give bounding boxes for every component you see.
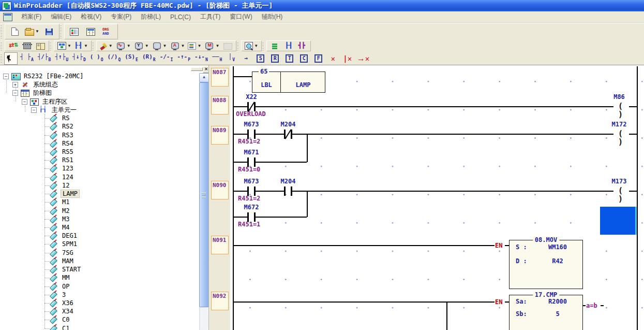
network-label-N087[interactable]: N087 bbox=[211, 68, 229, 87]
tree-label-START[interactable]: START bbox=[61, 266, 82, 273]
tree-node-RS[interactable]: RS bbox=[0, 114, 198, 122]
tree-label-M1[interactable]: M1 bbox=[61, 198, 71, 206]
collapse-box-阶梯图[interactable]: – bbox=[12, 90, 18, 96]
tree-node-RS4[interactable]: RS4 bbox=[0, 139, 198, 148]
coil-out-tool[interactable]: ( )O bbox=[88, 52, 105, 65]
tree-node-RS2[interactable]: RS2 bbox=[0, 122, 198, 131]
function-tool[interactable]: F bbox=[312, 52, 325, 65]
dropdown-caret[interactable]: ▼ bbox=[254, 44, 258, 48]
tree-node-C0[interactable]: C0 bbox=[0, 315, 198, 324]
function-block-08-MOV[interactable]: 08.MOVS :WM160D :R42 bbox=[509, 240, 583, 289]
tree-label-阶梯图[interactable]: 阶梯图 bbox=[32, 89, 53, 96]
menu-item-4[interactable]: 阶梯(L) bbox=[136, 11, 166, 22]
tree-label-主程序区[interactable]: 主程序区 bbox=[41, 98, 69, 105]
save-button[interactable] bbox=[41, 24, 57, 39]
menu-item-6[interactable]: 工具(T) bbox=[196, 11, 225, 22]
hline-tool[interactable]: ──H bbox=[211, 52, 224, 65]
contact-down-tool[interactable]: ┤↓├D bbox=[71, 52, 87, 65]
function-block-17-CMP[interactable]: 17.CMPSa:R2000Sb:5 bbox=[509, 295, 583, 330]
mdi-child-icon[interactable] bbox=[3, 13, 12, 21]
tree-label-3[interactable]: 3 bbox=[61, 291, 67, 298]
org-and-instruction-button[interactable]: ORGAND bbox=[99, 24, 116, 39]
tree-label-M4[interactable]: M4 bbox=[61, 224, 71, 231]
dropdown-caret[interactable]: ▼ bbox=[127, 44, 131, 48]
network-label-N088[interactable]: N088 bbox=[211, 96, 229, 114]
network-label-N091[interactable]: N091 bbox=[211, 236, 229, 254]
contact-M204[interactable] bbox=[282, 185, 294, 197]
dropdown-caret[interactable]: ▼ bbox=[197, 44, 201, 48]
tree-label-M3[interactable]: M3 bbox=[61, 216, 71, 223]
tree-label-RS2[interactable]: RS2 bbox=[61, 123, 75, 130]
tree-node-X36[interactable]: X36 bbox=[0, 299, 198, 307]
tree-label-C1[interactable]: C1 bbox=[61, 325, 71, 330]
tree-label-RS[interactable]: RS bbox=[61, 114, 71, 122]
io-transfer-button[interactable] bbox=[7, 40, 20, 52]
contact-nc-tool[interactable]: ┤/├B bbox=[36, 52, 53, 65]
timer-tool[interactable]: T bbox=[283, 52, 296, 65]
step-s-tool[interactable]: S bbox=[254, 52, 267, 65]
coil-not-tool[interactable]: (/)Q bbox=[106, 52, 123, 65]
network-label-N092[interactable]: N092 bbox=[211, 292, 229, 310]
tree-label-X34[interactable]: X34 bbox=[61, 308, 75, 315]
tree-node-MAM[interactable]: MAM bbox=[0, 257, 198, 265]
tree-label-7SG[interactable]: 7SG bbox=[61, 249, 75, 256]
menu-item-7[interactable]: 窗口(W) bbox=[225, 11, 257, 22]
tree-node-RS3[interactable]: RS3 bbox=[0, 131, 198, 139]
invert-tool[interactable]: -/-I bbox=[158, 52, 175, 65]
tree-label-12[interactable]: 12 bbox=[61, 182, 71, 189]
monitor-button[interactable]: ▼ bbox=[151, 40, 169, 52]
tree-node-7SG[interactable]: 7SG bbox=[0, 249, 198, 257]
tree-label-M2[interactable]: M2 bbox=[61, 207, 71, 214]
falling-tool[interactable]: -↓-N bbox=[193, 52, 209, 65]
new-document-button[interactable] bbox=[7, 24, 23, 39]
menu-item-0[interactable]: 档案(F) bbox=[17, 11, 46, 22]
tree-vertical-scrollbar[interactable]: ▲ bbox=[199, 73, 208, 330]
delete-tool[interactable]: ✕ bbox=[326, 52, 340, 65]
project-window-button[interactable] bbox=[66, 24, 83, 39]
menu-item-8[interactable]: 辅助(H) bbox=[257, 11, 288, 22]
dropdown-caret[interactable]: ▼ bbox=[163, 44, 167, 48]
arrow-tool[interactable]: → bbox=[239, 52, 253, 65]
selection-cursor[interactable] bbox=[600, 207, 637, 235]
tree-label-MM[interactable]: MM bbox=[61, 274, 71, 281]
dropdown-caret[interactable]: ▼ bbox=[84, 44, 88, 48]
tree-node-OP[interactable]: OP bbox=[0, 282, 198, 291]
tree-label-RS3[interactable]: RS3 bbox=[61, 132, 75, 139]
tree-node-SPM1[interactable]: SPM1 bbox=[0, 240, 198, 248]
tree-node-M2[interactable]: M2 bbox=[0, 207, 198, 215]
lbl-block[interactable]: 65LBLLAMP bbox=[252, 71, 325, 93]
pointer-tool[interactable] bbox=[4, 52, 18, 65]
dropdown-caret[interactable]: ▼ bbox=[109, 44, 113, 48]
expand-box-系统组态[interactable]: + bbox=[12, 82, 18, 88]
ladder-canvas[interactable] bbox=[230, 65, 644, 330]
tree-label-RS4[interactable]: RS4 bbox=[61, 140, 75, 147]
tree-label-MAM[interactable]: MAM bbox=[61, 257, 75, 265]
tree-node-124[interactable]: 124 bbox=[0, 173, 198, 181]
delete-line-tool[interactable]: |✕ bbox=[341, 52, 354, 65]
ladder-network-button[interactable]: ▼ bbox=[73, 40, 89, 52]
tree-node-C1[interactable]: C1 bbox=[0, 324, 198, 330]
tree-node-系统组态[interactable]: +系统组态 bbox=[0, 80, 198, 89]
find-button[interactable]: ▼ bbox=[243, 40, 260, 52]
rising-tool[interactable]: -↑-P bbox=[175, 52, 192, 65]
dropdown-caret[interactable]: ▼ bbox=[67, 44, 71, 48]
network-query-button[interactable] bbox=[282, 40, 295, 52]
edit-element-button[interactable]: ▼ bbox=[98, 40, 114, 52]
tree-node-X34[interactable]: X34 bbox=[0, 307, 198, 315]
register-table-button[interactable] bbox=[34, 40, 47, 52]
coil-M173[interactable]: ( ) bbox=[613, 186, 629, 196]
tree-label-RS232 [FBe-20MC][interactable]: RS232 [FBe-20MC] bbox=[22, 73, 85, 80]
tree-label-123[interactable]: 123 bbox=[61, 165, 75, 172]
tree-label-主单元一[interactable]: 主单元一 bbox=[50, 106, 78, 113]
tree-node-阶梯图[interactable]: –阶梯图 bbox=[0, 89, 198, 97]
network-label-N089[interactable]: N089 bbox=[211, 126, 229, 145]
coil-reset-tool[interactable]: (R)R bbox=[141, 52, 157, 65]
dropdown-caret[interactable]: ▼ bbox=[35, 30, 39, 34]
monitor-ascii-button[interactable]: ▼ bbox=[169, 40, 187, 52]
network-label-N090[interactable]: N090 bbox=[211, 181, 229, 199]
tree-node-主单元一[interactable]: –主单元一 bbox=[0, 106, 198, 114]
coil-M86[interactable]: ( ) bbox=[613, 102, 629, 111]
contact-query-button[interactable] bbox=[295, 40, 309, 52]
contact-M204[interactable] bbox=[282, 128, 294, 140]
tree-label-LAMP[interactable]: LAMP bbox=[61, 190, 80, 198]
